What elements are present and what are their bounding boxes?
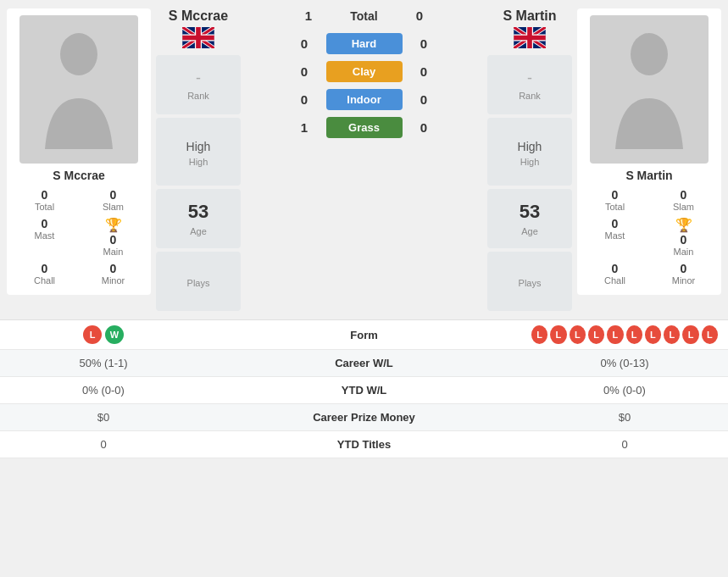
- left-rank-card: - Rank: [156, 55, 241, 114]
- right-total-cell: 0 Total: [581, 186, 649, 214]
- form-label: Form: [197, 329, 531, 341]
- left-player-stats: 0 Total 0 Slam 0 Mast 🏆 0 Main: [10, 186, 147, 288]
- svg-point-3: [631, 33, 668, 75]
- left-total-value: 0: [12, 188, 77, 202]
- left-plays-label: Plays: [187, 278, 210, 288]
- right-total-label: Total: [582, 202, 647, 212]
- right-high-card: High High: [487, 118, 572, 186]
- right-rank-label: Rank: [519, 91, 541, 101]
- right-chall-cell: 0 Chall: [581, 259, 649, 288]
- right-stats-cards: S Martin - Rank High High 53: [487, 8, 572, 311]
- right-player-card: S Martin 0 Total 0 Slam 0 Mast 🏆: [577, 8, 721, 295]
- form-row: LW Form LLLLLLLLLL: [0, 320, 728, 350]
- left-form-badge: L: [83, 325, 102, 344]
- right-minor-label: Minor: [651, 275, 716, 286]
- total-score-left: 1: [294, 8, 324, 23]
- right-player-avatar: [590, 15, 709, 164]
- clay-score-right: 0: [409, 64, 439, 79]
- left-ytd-wl: 0% (0-0): [10, 384, 197, 397]
- left-mast-label: Mast: [12, 230, 77, 241]
- right-form-badge: L: [588, 325, 604, 344]
- right-form-badge: L: [570, 325, 586, 344]
- career-wl-row: 50% (1-1) Career W/L 0% (0-13): [0, 350, 728, 377]
- left-mast-value: 0: [12, 217, 77, 230]
- right-mast-value: 0: [582, 217, 647, 230]
- right-high-label: High: [520, 157, 540, 167]
- right-titles: 0: [531, 438, 718, 451]
- right-rank-value: -: [527, 69, 532, 87]
- right-player-stats: 0 Total 0 Slam 0 Mast 🏆 0 Main: [581, 186, 718, 288]
- left-main-label: Main: [81, 247, 146, 257]
- left-minor-cell: 0 Minor: [79, 259, 147, 288]
- right-slam-value: 0: [651, 188, 716, 202]
- right-age-label: Age: [521, 226, 538, 236]
- hard-score-left: 0: [290, 36, 320, 51]
- total-score-right: 0: [405, 8, 435, 23]
- left-minor-value: 0: [81, 262, 146, 275]
- right-minor-value: 0: [651, 262, 716, 275]
- right-flag-icon: [514, 27, 546, 48]
- right-plays-card: Plays: [487, 252, 572, 311]
- right-trophy-cell: 🏆 0 Main: [649, 214, 718, 259]
- right-player-name: S Martin: [625, 169, 672, 182]
- total-score-label: Total: [331, 9, 398, 23]
- right-form-badge: L: [645, 325, 661, 344]
- total-score-row: 1 Total 0: [246, 8, 482, 23]
- right-trophy-row: 🏆: [651, 217, 716, 233]
- hard-surface-btn[interactable]: Hard: [326, 33, 403, 54]
- left-mast-cell: 0 Mast: [10, 214, 79, 259]
- right-form-badge: L: [550, 325, 566, 344]
- left-chall-cell: 0 Chall: [10, 259, 79, 288]
- left-minor-label: Minor: [81, 275, 146, 286]
- left-rank-value: -: [196, 69, 201, 87]
- left-trophy-row: 🏆: [81, 217, 146, 233]
- hard-score-row: 0 Hard 0: [246, 33, 482, 54]
- left-chall-label: Chall: [12, 275, 77, 286]
- left-trophy-icon: 🏆: [105, 217, 122, 233]
- right-rank-card: - Rank: [487, 55, 572, 114]
- right-form-badges: LLLLLLLLLL: [531, 325, 718, 344]
- right-mast-cell: 0 Mast: [581, 214, 649, 259]
- ytd-wl-label: YTD W/L: [197, 384, 531, 397]
- indoor-surface-btn[interactable]: Indoor: [326, 89, 403, 110]
- left-main-value: 0: [81, 233, 146, 247]
- right-main-label: Main: [651, 247, 716, 257]
- right-total-value: 0: [582, 188, 647, 202]
- prize-label: Career Prize Money: [197, 411, 531, 424]
- hard-score-right: 0: [409, 36, 439, 51]
- right-minor-cell: 0 Minor: [649, 259, 718, 288]
- indoor-score-right: 0: [409, 92, 439, 107]
- left-total-cell: 0 Total: [10, 186, 79, 214]
- right-chall-label: Chall: [582, 275, 647, 286]
- bottom-stats-section: LW Form LLLLLLLLLL 50% (1-1) Career W/L …: [0, 319, 728, 458]
- grass-score-left: 1: [290, 120, 320, 135]
- right-header-name: S Martin: [503, 8, 556, 24]
- left-player-name: S Mccrae: [53, 169, 104, 182]
- prize-row: $0 Career Prize Money $0: [0, 404, 728, 431]
- left-total-label: Total: [12, 202, 77, 212]
- left-age-value: 53: [188, 201, 208, 223]
- right-form-badge: L: [664, 325, 680, 344]
- left-prize: $0: [10, 411, 197, 424]
- career-wl-label: Career W/L: [197, 357, 531, 369]
- comparison-row: S Mccrae 0 Total 0 Slam 0 Mast 🏆: [0, 0, 728, 319]
- right-player-header: S Martin: [503, 8, 556, 48]
- clay-score-left: 0: [290, 64, 320, 79]
- left-age-label: Age: [190, 226, 207, 236]
- center-scores-area: 1 Total 0 0 Hard 0 0 Clay 0 0 Indoor 0: [246, 8, 482, 138]
- grass-score-row: 1 Grass 0: [246, 117, 482, 138]
- clay-surface-btn[interactable]: Clay: [326, 61, 403, 82]
- left-stats-cards: S Mccrae - Rank High High 53: [156, 8, 241, 311]
- left-flag-icon: [182, 27, 214, 48]
- titles-label: YTD Titles: [197, 438, 531, 451]
- right-career-wl: 0% (0-13): [531, 357, 718, 369]
- left-rank-label: Rank: [187, 91, 209, 101]
- right-form-badge: L: [607, 325, 623, 344]
- right-prize: $0: [531, 411, 718, 424]
- main-container: S Mccrae 0 Total 0 Slam 0 Mast 🏆: [0, 0, 728, 458]
- grass-surface-btn[interactable]: Grass: [326, 117, 403, 138]
- left-plays-card: Plays: [156, 252, 241, 311]
- left-slam-label: Slam: [81, 202, 146, 212]
- right-mast-label: Mast: [582, 230, 647, 241]
- right-high-value: High: [518, 140, 542, 153]
